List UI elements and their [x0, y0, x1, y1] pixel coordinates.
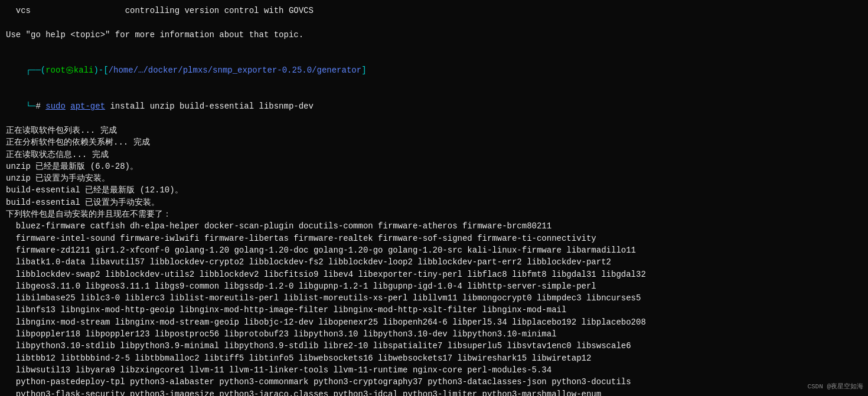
line-pkg13: libwsutil13 libyara9 libzxingcore1 llvm-…	[6, 364, 862, 376]
cmd-space1	[66, 102, 70, 111]
line-pkg14: python-pastedeploy-tpl python3-alabaster…	[6, 376, 862, 388]
terminal: vcs controlling version control with GOV…	[0, 0, 868, 396]
line-unzip-manual: unzip 已设置为手动安装。	[6, 172, 862, 184]
prompt-bracket-mid: )-[	[93, 66, 108, 75]
cmd-install: install unzip build-essential libsnmp-de…	[105, 102, 314, 111]
watermark: CSDN @夜星空如海	[807, 382, 863, 391]
line-auto-installed: 下列软件包是自动安装的并且现在不需要了：	[6, 208, 862, 220]
line-reading-state: 正在读取状态信息... 完成	[6, 149, 862, 161]
line-analyzing-deps: 正在分析软件包的依赖关系树... 完成	[6, 136, 862, 148]
prompt-user: root㉿kali	[45, 66, 93, 75]
cmd-apt-get: apt-get	[70, 102, 105, 111]
line-pkg6: libgeos3.11.0 libgeos3.11.1 libgs9-commo…	[6, 280, 862, 292]
prompt-line1: ┌──(root㉿kali)-[/home/…/docker/plmxs/snm…	[6, 53, 862, 89]
line-unzip-newest: unzip 已经是最新版 (6.0-28)。	[6, 161, 862, 172]
prompt-bracket-close: ]	[361, 66, 366, 75]
cmd-sudo: sudo	[45, 102, 66, 111]
line-pkg15: python3-flask-security python3-imagesize…	[6, 388, 862, 397]
line-build-essential-manual: build-essential 已设置为手动安装。	[6, 197, 862, 208]
prompt-bracket-open: ┌──(	[26, 66, 46, 75]
prompt-line2[interactable]: └─# sudo apt-get install unzip build-ess…	[6, 89, 862, 125]
line-pkg10: libpoppler118 libpoppler123 libpostproc5…	[6, 328, 862, 340]
line-pkg3: firmware-zd1211 gir1.2-xfconf-0 golang-1…	[6, 244, 862, 256]
line-gohelp: Use "go help <topic>" for more informati…	[6, 29, 862, 41]
line-pkg8: libnfs13 libnginx-mod-http-geoip libngin…	[6, 304, 862, 316]
line-pkg4: libatk1.0-data libavutil57 libblockdev-c…	[6, 256, 862, 268]
line-build-essential-newest: build-essential 已经是最新版 (12.10)。	[6, 184, 862, 196]
prompt-hash: #	[35, 102, 45, 111]
line-empty2	[6, 41, 862, 53]
line-empty1	[6, 17, 862, 28]
line-pkg5: libblockdev-swap2 libblockdev-utils2 lib…	[6, 269, 862, 280]
line-pkg2: firmware-intel-sound firmware-iwlwifi fi…	[6, 233, 862, 244]
line-pkg9: libnginx-mod-stream libnginx-mod-stream-…	[6, 316, 862, 328]
prompt-arrow: └─	[26, 102, 36, 111]
line-reading-pkg: 正在读取软件包列表... 完成	[6, 125, 862, 136]
line-pkg12: libtbb12 libtbbbind-2-5 libtbbmalloc2 li…	[6, 352, 862, 364]
line-pkg7: libilmbase25 liblc3-0 liblerc3 liblist-m…	[6, 292, 862, 304]
line-vcs: vcs controlling version control with GOV…	[6, 5, 862, 17]
line-pkg1: bluez-firmware catfish dh-elpa-helper do…	[6, 220, 862, 232]
line-pkg11: libpython3.10-stdlib libpython3.9-minima…	[6, 340, 862, 352]
prompt-path: /home/…/docker/plmxs/snmp_exporter-0.25.…	[109, 66, 361, 75]
